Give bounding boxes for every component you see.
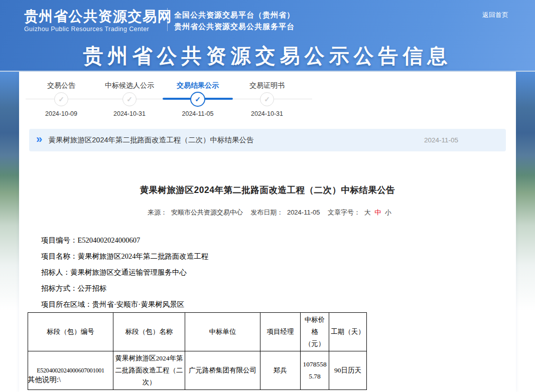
cell-section-name: 黄果树旅游区2024年第二批路面改造工程（二次）	[113, 351, 185, 390]
source-label: 来源：	[148, 209, 167, 216]
page-header: 贵州省公共资源交易网 Guizhou Public Resources Trad…	[0, 0, 535, 72]
col-bid-price: 中标价格（元）	[301, 313, 329, 351]
check-icon: ✓	[126, 95, 132, 103]
banner-title: 贵州省公共资源交易公示公告信息	[0, 42, 535, 70]
step-date: 2024-10-09	[26, 110, 96, 117]
fontsize-small-button[interactable]: 小	[385, 209, 391, 216]
announcement-date: 2024-11-05	[424, 136, 506, 144]
source-value: 安顺市公共资源交易中心	[171, 209, 243, 216]
stepper-step-trade-result[interactable]: 交易结果公示 ✓ 2024-11-05	[163, 77, 233, 90]
cell-duration: 90日历天	[329, 351, 367, 390]
stepper-step-trade-notice[interactable]: 交易公告 ✓ 2024-10-09	[26, 77, 96, 90]
article-meta: 来源： 安顺市公共资源交易中心 发布日期： 2024-11-05 文章字号： 大…	[19, 208, 516, 217]
fontsize-large-button[interactable]: 大	[364, 209, 371, 216]
step-date: 2024-11-05	[163, 110, 233, 117]
progress-stepper: 交易公告 ✓ 2024-10-09 中标候选人公示 ✓ 2024-10-31 交…	[19, 77, 516, 124]
col-section-name: 标段（包）名称	[113, 313, 185, 351]
detail-project-region: 项目所在区域：贵州省·安顺市·黄果树风景区	[41, 296, 493, 312]
col-winning-bidder: 中标单位	[185, 313, 260, 351]
stepper-step-candidate-publicity[interactable]: 中标候选人公示 ✓ 2024-10-31	[94, 77, 165, 90]
step-label: 交易公告	[26, 80, 96, 90]
check-icon: ✓	[264, 95, 270, 103]
fontsize-label: 文章字号：	[328, 209, 360, 216]
detail-tenderee: 招标人：黄果树旅游区交通运输管理服务中心	[41, 264, 493, 280]
table-header-row: 标段（包）编号 标段（包）名称 中标单位 项目经理 中标价格（元） 工期（天）	[28, 313, 367, 351]
step-date: 2024-10-31	[232, 110, 302, 117]
publish-date-label: 发布日期：	[250, 209, 283, 216]
double-arrow-icon: »	[36, 134, 42, 145]
cell-winning-bidder: 广元路桥集团有限公司	[185, 351, 260, 390]
step-circle: ✓	[260, 92, 274, 106]
step-circle: ✓	[190, 92, 205, 107]
col-project-manager: 项目经理	[260, 313, 301, 351]
col-duration: 工期（天）	[329, 313, 367, 351]
step-label: 交易证明书	[232, 80, 302, 90]
site-logo-subtitle: Guizhou Public Resources Trading Center	[24, 26, 149, 33]
header-divider	[167, 8, 168, 31]
bid-result-table: 标段（包）编号 标段（包）名称 中标单位 项目经理 中标价格（元） 工期（天） …	[28, 312, 367, 390]
platform-line2: 贵州省公共资源交易公共服务平台	[174, 21, 295, 32]
platform-line1: 全国公共资源交易平台（贵州省）	[174, 9, 295, 21]
col-section-number: 标段（包）编号	[28, 313, 113, 351]
table-row: E5204002024000607001001 黄果树旅游区2024年第二批路面…	[28, 351, 367, 390]
content-card: 交易公告 ✓ 2024-10-09 中标候选人公示 ✓ 2024-10-31 交…	[19, 72, 516, 392]
detail-tender-method: 招标方式：公开招标	[41, 280, 493, 296]
step-label: 中标候选人公示	[94, 80, 165, 90]
stepper-step-trade-certificate[interactable]: 交易证明书 ✓ 2024-10-31	[232, 77, 302, 90]
step-date: 2024-10-31	[94, 110, 165, 117]
step-label: 交易结果公示	[163, 80, 233, 90]
other-notes: 其他说明:\	[28, 375, 61, 384]
cell-project-manager: 郑兵	[260, 351, 301, 390]
article-title: 黄果树旅游区2024年第二批路面改造工程（二次）中标结果公告	[19, 184, 516, 196]
check-icon: ✓	[58, 95, 64, 103]
cell-bid-price: 10785585.78	[301, 351, 329, 390]
step-circle: ✓	[54, 92, 68, 106]
announcement-bar[interactable]: » 黄果树旅游区2024年第二批路面改造工程（二次）中标结果公告 2024-11…	[29, 129, 506, 151]
announcement-title[interactable]: 黄果树旅游区2024年第二批路面改造工程（二次）中标结果公告	[48, 135, 253, 145]
fontsize-medium-button[interactable]: 中	[374, 209, 381, 216]
detail-project-name: 项目名称：黄果树旅游区2024年第二批路面改造工程	[41, 248, 493, 264]
publish-date-value: 2024-11-05	[287, 209, 320, 216]
step-circle: ✓	[122, 92, 137, 106]
detail-project-number: 项目编号：E5204002024000607	[41, 232, 493, 248]
check-icon: ✓	[195, 95, 201, 103]
site-logo-title: 贵州省公共资源交易网	[24, 7, 172, 26]
platform-names: 全国公共资源交易平台（贵州省） 贵州省公共资源交易公共服务平台	[174, 9, 295, 32]
home-link[interactable]: 返回首页	[482, 11, 508, 20]
project-details: 项目编号：E5204002024000607 项目名称：黄果树旅游区2024年第…	[41, 232, 493, 312]
